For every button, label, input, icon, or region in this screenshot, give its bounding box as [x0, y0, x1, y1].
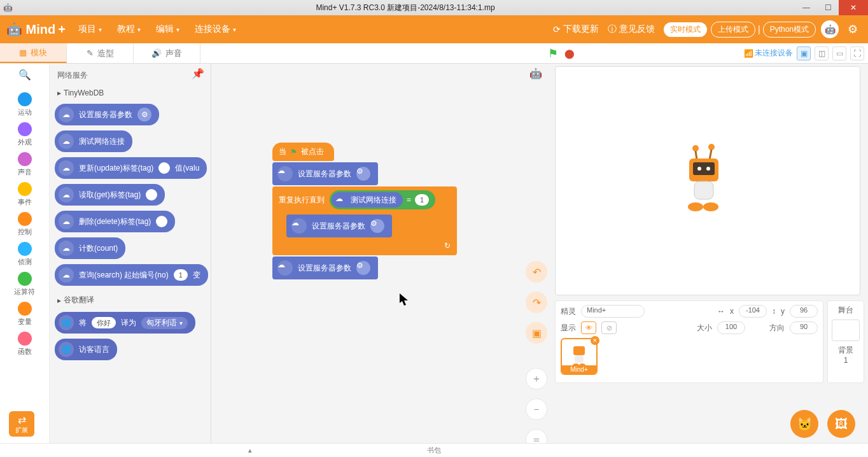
canvas-tools: ↶ ↷ ▣ ＋ － ＝	[526, 261, 547, 451]
search-icon[interactable]: 🔍	[18, 69, 31, 81]
menu-bar: 🤖 Mind+ 项目▾ 教程▾ 编辑▾ 连接设备▾ ⟳下载更新 ⓘ意见反馈 实时…	[0, 15, 868, 43]
stage-layout-1[interactable]: ▣	[797, 46, 811, 60]
svg-point-1	[708, 144, 715, 150]
menu-connect[interactable]: 连接设备▾	[195, 24, 236, 35]
svg-point-9	[688, 202, 703, 211]
delete-sprite-icon[interactable]: ✕	[591, 336, 599, 345]
maximize-button[interactable]: ☐	[817, 0, 839, 15]
svg-rect-8	[694, 181, 713, 199]
sprite-thumbnail[interactable]: ✕ Mind+	[561, 338, 598, 375]
block-count[interactable]: ☁计数(count)	[55, 237, 125, 259]
sprite-y-input[interactable]: 96	[790, 305, 818, 318]
bool-condition[interactable]: ☁测试网络连接 = 1	[330, 190, 435, 209]
fab-backdrop[interactable]: 🖼	[827, 410, 855, 438]
main-area: 🔍 运动外观声音事件控制侦测运算符变量函数 网络服务 📌 ▸ TinyWebDB…	[0, 64, 868, 443]
extension-button[interactable]: ⇄扩展	[9, 411, 34, 437]
svg-rect-5	[693, 162, 715, 175]
minimize-button[interactable]: —	[795, 0, 817, 15]
bottom-bar[interactable]: ▴ 书包	[0, 443, 868, 457]
sprite-info: 精灵 Mind+ ↔ x -104 ↕ y 96 显示 👁 ⊘ 大小	[555, 300, 823, 383]
sprite-x-input[interactable]: -104	[739, 305, 767, 318]
tab-blocks[interactable]: ▦模块	[0, 43, 67, 63]
fab-sprite[interactable]: 🐱	[790, 410, 818, 438]
block-delete-tag[interactable]: ☁删除(delete)标签(tag)	[55, 211, 175, 232]
category-侦测[interactable]: 侦测	[14, 239, 35, 269]
blocks-panel: 🔍 运动外观声音事件控制侦测运算符变量函数 网络服务 📌 ▸ TinyWebDB…	[0, 64, 211, 443]
c-block-repeat-until[interactable]: 重复执行直到 ☁测试网络连接 = 1 ☁设置服务器参数⚙ ↻	[272, 186, 457, 255]
stage-layout-3[interactable]: ▭	[832, 46, 846, 60]
block-update-tag[interactable]: ☁更新(update)标签(tag)值(valu	[55, 157, 207, 179]
brush-icon: ✎	[87, 48, 94, 58]
category-函数[interactable]: 函数	[14, 329, 35, 359]
hat-block-flag[interactable]: 当⚑被点击	[272, 143, 334, 161]
sprite-size-input[interactable]: 100	[717, 321, 745, 334]
pin-icon[interactable]: 📌	[192, 67, 204, 80]
mode-realtime[interactable]: 实时模式	[664, 22, 707, 37]
close-button[interactable]: ✕	[839, 0, 868, 15]
download-update[interactable]: ⟳下载更新	[553, 24, 599, 35]
palette-header: 网络服务	[55, 69, 211, 82]
tab-costumes[interactable]: ✎造型	[67, 43, 134, 63]
category-变量[interactable]: 变量	[14, 299, 35, 329]
hide-button[interactable]: ⊘	[601, 321, 617, 334]
block-visitor-lang[interactable]: 🌐访客语言	[55, 339, 117, 360]
workspace: 🤖 当⚑被点击 ☁设置服务器参数⚙ 重复执行直到 ☁测试网络连接 = 1 ☁设置…	[211, 64, 868, 443]
green-flag-icon[interactable]: ⚑	[548, 46, 558, 60]
category-外观[interactable]: 外观	[14, 120, 35, 150]
mode-python[interactable]: Python模式	[763, 22, 816, 38]
script-block-inner[interactable]: ☁设置服务器参数⚙	[286, 214, 392, 237]
show-button[interactable]: 👁	[581, 321, 596, 334]
canvas-mascot-icon: 🤖	[529, 67, 549, 87]
sound-icon: 🔊	[151, 48, 162, 58]
window-title: Mind+ V1.7.3 RC3.0 新建项目-2024/8/13-11:34:…	[15, 3, 795, 13]
crop-button[interactable]: ▣	[526, 322, 547, 344]
category-运算符[interactable]: 运算符	[14, 269, 35, 299]
svg-point-6	[697, 167, 701, 171]
menu-project[interactable]: 项目▾	[78, 24, 102, 35]
zoom-out-button[interactable]: －	[526, 398, 547, 420]
category-声音[interactable]: 声音	[14, 150, 35, 179]
loop-arrow-icon: ↻	[444, 241, 451, 250]
fullscreen-icon[interactable]: ⛶	[850, 46, 864, 60]
gear-icon: ⚙	[137, 108, 151, 122]
category-column: 🔍 运动外观声音事件控制侦测运算符变量函数	[0, 64, 50, 443]
settings-icon[interactable]: ⚙	[844, 20, 862, 38]
category-事件[interactable]: 事件	[14, 179, 35, 209]
block-test-connection[interactable]: ☁测试网络连接	[55, 130, 132, 152]
block-set-server[interactable]: ☁设置服务器参数⚙	[55, 104, 159, 125]
stage-thumbnail[interactable]: 舞台 背景 1	[827, 300, 864, 383]
menu-edit[interactable]: 编辑▾	[156, 24, 179, 35]
sprite-on-stage[interactable]	[676, 143, 734, 216]
backpack-label: 书包	[427, 446, 441, 455]
script-block-1[interactable]: ☁设置服务器参数⚙	[272, 162, 378, 185]
redo-button[interactable]: ↷	[526, 292, 547, 313]
zoom-in-button[interactable]: ＋	[526, 368, 547, 390]
script-canvas[interactable]: 🤖 当⚑被点击 ☁设置服务器参数⚙ 重复执行直到 ☁测试网络连接 = 1 ☁设置…	[211, 64, 555, 443]
category-运动[interactable]: 运动	[14, 90, 35, 120]
mode-upload[interactable]: 上传模式	[711, 22, 755, 38]
svg-point-10	[703, 202, 718, 211]
sprite-name-input[interactable]: Mind+	[581, 305, 645, 318]
script-block-3[interactable]: ☁设置服务器参数⚙	[272, 257, 378, 279]
device-status[interactable]: 📶未连接设备	[744, 48, 793, 59]
sprite-dir-input[interactable]: 90	[790, 321, 818, 334]
user-avatar[interactable]: 🤖	[821, 20, 839, 38]
feedback[interactable]: ⓘ意见反馈	[608, 24, 655, 35]
undo-button[interactable]: ↶	[526, 261, 547, 283]
script-stack[interactable]: 当⚑被点击 ☁设置服务器参数⚙ 重复执行直到 ☁测试网络连接 = 1 ☁设置服务…	[272, 143, 457, 279]
blocks-icon: ▦	[19, 48, 27, 57]
tab-bar: ▦模块 ✎造型 🔊声音 ⚑ ⬤ 📶未连接设备 ▣ ◫ ▭ ⛶	[0, 43, 868, 64]
svg-rect-12	[575, 355, 584, 363]
stage[interactable]	[555, 66, 860, 295]
tab-sounds[interactable]: 🔊声音	[134, 43, 200, 63]
block-translate[interactable]: 🌐将你好译为匈牙利语▾	[55, 312, 195, 334]
svg-point-0	[692, 145, 699, 151]
stage-layout-2[interactable]: ◫	[815, 46, 829, 60]
block-search[interactable]: ☁查询(search) 起始编号(no)1变	[55, 264, 208, 286]
category-控制[interactable]: 控制	[14, 209, 35, 239]
stop-icon[interactable]: ⬤	[564, 48, 575, 59]
palette-section-translate: ▸ 谷歌翻译	[57, 295, 208, 306]
block-get-tag[interactable]: ☁读取(get)标签(tag)	[55, 184, 165, 206]
menu-tutorial[interactable]: 教程▾	[117, 24, 141, 35]
svg-line-2	[696, 151, 697, 160]
